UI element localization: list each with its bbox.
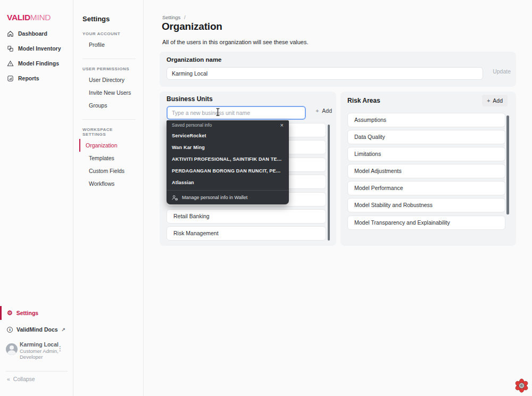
collapse-label: Collapse [13,376,35,382]
organization-name-label: Organization name [167,56,222,63]
group-header: USER PERMISSIONS [82,67,136,71]
risk-areas-panel: Risk Areas + Add Assumptions Data Qualit… [340,92,516,246]
settings-group-your-account: YOUR ACCOUNT Profile [82,31,136,51]
user-role: Developer [20,354,43,360]
text-cursor-icon [215,108,220,116]
info-icon: i [7,327,13,333]
ellipsis-vertical-icon[interactable]: ⋮ [57,345,63,352]
business-units-title: Business Units [167,95,213,103]
main-content: Settings / Organization All of the users… [144,0,532,396]
settings-item-user-directory[interactable]: User Directory [82,73,136,86]
sidebar-item-label: Reports [18,75,39,81]
manage-wallet-button[interactable]: Manage personal info in Wallet [167,191,289,204]
autofill-item[interactable]: PERDAGANGAN BORONG DAN RUNCIT, PEMBAIKAN… [167,165,289,177]
logo-light-text: MIND [30,13,51,22]
divider [5,371,68,372]
sidebar-bottom: ⚙ Settings i ValidMind Docs ↗ Karming Lo… [0,306,73,396]
add-business-unit-button[interactable]: + Add [315,108,332,114]
add-label: Add [322,108,332,114]
settings-label: Settings [16,310,38,316]
settings-item-custom-fields[interactable]: Custom Fields [82,164,136,177]
screen-recording-icon[interactable] [514,378,529,393]
business-unit-row[interactable]: Retail Banking [167,209,326,224]
user-name: Karming Local [20,341,59,348]
autofill-item[interactable]: Atlassian [167,177,289,188]
main-sidebar: VALIDMIND Dashboard Model Inventory Mode… [0,0,73,396]
risk-areas-scrollbar[interactable] [506,116,509,214]
sidebar-item-dashboard[interactable]: Dashboard [0,27,73,40]
risk-area-row[interactable]: Model Stability and Robustness [347,198,505,212]
risk-areas-title: Risk Areas [347,97,380,104]
docs-label: ValidMind Docs [16,326,58,333]
risk-area-row[interactable]: Model Transparency and Explainability [347,216,505,230]
sidebar-item-settings[interactable]: ⚙ Settings [0,306,73,320]
update-button[interactable]: Update [493,68,511,75]
page-subtitle: All of the users in this organization wi… [162,39,309,45]
settings-item-templates[interactable]: Templates [82,152,136,164]
risk-area-row[interactable]: Data Quality [347,130,505,144]
breadcrumb: Settings / [162,14,186,20]
avatar [6,343,18,355]
sidebar-item-label: Model Inventory [18,45,61,52]
settings-item-workflows[interactable]: Workflows [82,177,136,190]
risk-area-row[interactable]: Limitations [347,147,505,161]
plus-icon: + [315,108,319,114]
risk-areas-list: Assumptions Data Quality Limitations Mod… [347,113,505,233]
cubes-icon [7,45,14,52]
risk-area-row[interactable]: Assumptions [347,113,505,127]
autofill-item[interactable]: Wan Kar Ming [167,142,289,153]
risk-area-row[interactable]: Model Adjustments [347,164,505,178]
warning-triangle-icon [7,60,14,67]
home-icon [7,30,14,37]
autofill-item[interactable]: ServiceRocket [167,130,289,142]
settings-sidebar-title: Settings [82,15,143,23]
manage-wallet-label: Manage personal info in Wallet [182,195,247,200]
collapse-button[interactable]: « Collapse [7,376,35,382]
sidebar-item-model-findings[interactable]: Model Findings [0,56,73,70]
logo-bold-text: VALID [7,13,30,22]
gear-icon: ⚙ [7,310,13,316]
settings-sidebar: Settings YOUR ACCOUNT Profile USER PERMI… [74,0,144,396]
settings-item-profile[interactable]: Profile [82,38,136,51]
settings-group-workspace-settings: WORKSPACE SETTINGS Organization Template… [82,119,136,190]
sidebar-item-reports[interactable]: Reports [0,71,73,85]
autofill-dropdown: Saved personal info × ServiceRocket Wan … [167,120,289,204]
breadcrumb-settings[interactable]: Settings [162,14,180,20]
sidebar-item-label: Model Findings [18,60,59,67]
validmind-logo[interactable]: VALIDMIND [7,13,51,22]
external-link-icon: ↗ [62,327,66,332]
user-role: Customer Admin, [20,348,59,354]
sidebar-item-validmind-docs[interactable]: i ValidMind Docs ↗ [0,323,73,336]
bar-chart-icon [7,75,14,82]
autofill-header-label: Saved personal info [172,122,212,128]
autofill-item[interactable]: AKTIVITI PROFESIONAL, SAINTIFIK DAN TEKN… [167,153,289,165]
sidebar-item-label: Dashboard [18,30,47,37]
wallet-person-icon [172,195,178,201]
add-risk-area-button[interactable]: + Add [482,95,508,106]
sidebar-item-model-inventory[interactable]: Model Inventory [0,42,73,55]
settings-item-invite-new-users[interactable]: Invite New Users [82,86,136,99]
risk-area-row[interactable]: Model Performance [347,181,505,195]
business-unit-input[interactable] [167,106,306,120]
organization-name-input[interactable] [167,67,483,80]
breadcrumb-separator: / [184,14,186,20]
settings-group-user-permissions: USER PERMISSIONS User Directory Invite N… [82,59,136,112]
organization-name-panel: Organization name Update [160,52,516,87]
add-label: Add [493,97,503,104]
group-header: YOUR ACCOUNT [82,31,136,36]
autofill-header: Saved personal info × [167,120,289,130]
settings-item-groups[interactable]: Groups [82,99,136,112]
business-units-scrollbar[interactable] [328,125,330,241]
chevrons-left-icon: « [7,376,10,382]
page-title: Organization [162,21,222,32]
plus-icon: + [487,97,490,104]
business-unit-row[interactable]: Risk Management [167,226,326,241]
settings-item-organization[interactable]: Organization [79,139,136,152]
main-nav: Dashboard Model Inventory Model Findings… [0,27,73,86]
close-icon[interactable]: × [280,122,284,128]
user-profile[interactable]: Karming Local Customer Admin, Developer … [0,339,73,364]
group-header: WORKSPACE SETTINGS [82,127,136,137]
